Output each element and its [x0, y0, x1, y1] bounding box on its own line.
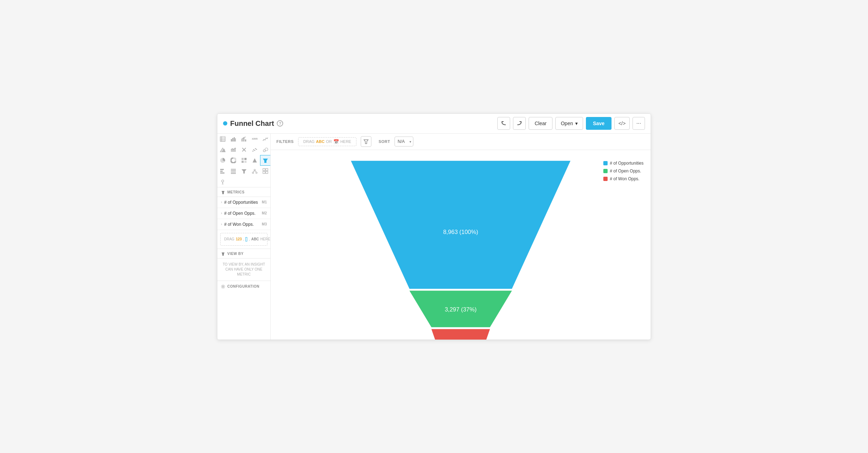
blue-dot	[223, 121, 227, 126]
view-by-section: VIEW BY TO VIEW BY, AN INSIGHT CAN HAVE …	[217, 249, 270, 281]
metric-label: # of Opportunities	[224, 200, 262, 205]
chart-funnel[interactable]	[260, 155, 271, 166]
funnel-chart: 8,963 (100%) 3,297 (37%) 3,199 (36%)	[333, 157, 589, 340]
svg-marker-31	[263, 159, 268, 163]
sort-label: SORT	[379, 139, 390, 144]
chevron-icon: ›	[221, 222, 222, 226]
svg-rect-9	[242, 139, 243, 142]
legend-label-opportunities: # of Opportunities	[610, 161, 644, 166]
metrics-drag-zone[interactable]: DRAG 123 , , ABC HERE +	[220, 233, 268, 246]
chart-empty-2	[239, 176, 249, 187]
legend-dot-opportunities	[603, 161, 608, 165]
svg-rect-28	[242, 161, 244, 163]
svg-point-21	[256, 149, 257, 150]
metrics-section-header: METRICS	[217, 187, 270, 197]
sort-wrapper: N/A ▾	[395, 137, 413, 146]
chart-line-bar[interactable]	[239, 134, 249, 144]
svg-rect-37	[231, 172, 236, 172]
svg-point-42	[256, 172, 257, 174]
legend-label-open-opps: # of Open Opps.	[610, 169, 641, 174]
code-button[interactable]: </>	[614, 117, 629, 130]
open-button[interactable]: Open ▾	[555, 117, 583, 130]
chart-table[interactable]	[217, 134, 228, 144]
svg-rect-5	[231, 139, 232, 142]
drag-text: DRAG	[303, 139, 315, 144]
svg-point-23	[265, 148, 268, 151]
chart-heatmap[interactable]	[239, 155, 249, 166]
svg-rect-46	[266, 169, 268, 171]
svg-marker-39	[242, 169, 247, 174]
abc-label: ABC	[316, 139, 324, 144]
svg-point-50	[222, 184, 224, 185]
chart-cross[interactable]	[239, 144, 249, 155]
legend-item-opportunities: # of Opportunities	[603, 161, 644, 166]
chart-bubble[interactable]	[260, 144, 271, 155]
filter-drag-zone[interactable]: DRAG ABC OR 📅 HERE	[298, 137, 357, 146]
svg-rect-33	[220, 171, 223, 172]
undo-button[interactable]	[497, 117, 510, 130]
chart-pin[interactable]	[217, 176, 228, 187]
metric-opportunities[interactable]: › # of Opportunities M1	[217, 197, 270, 208]
svg-line-44	[255, 171, 256, 172]
legend-item-open-opps: # of Open Opps.	[603, 169, 644, 174]
metric-badge: M3	[262, 222, 267, 226]
svg-marker-14	[231, 148, 236, 152]
more-button[interactable]: ···	[633, 117, 645, 130]
svg-text:3,297 (37%): 3,297 (37%)	[445, 306, 477, 313]
svg-rect-10	[243, 138, 244, 142]
chart-sparkline[interactable]	[260, 134, 271, 144]
svg-point-40	[254, 169, 255, 171]
chart-pyramid[interactable]	[249, 155, 260, 166]
svg-point-41	[252, 172, 254, 174]
chart-scatter[interactable]	[249, 144, 260, 155]
metric-won-opps[interactable]: › # of Won Opps. M3	[217, 219, 270, 230]
main-content: XIRR	[217, 134, 651, 340]
config-header[interactable]: CONFIGURATION	[217, 281, 270, 292]
chart-type-grid: XIRR	[217, 134, 270, 187]
svg-rect-27	[244, 158, 247, 160]
save-button[interactable]: Save	[586, 117, 612, 130]
svg-marker-51	[222, 191, 224, 194]
svg-marker-54	[364, 140, 368, 144]
svg-rect-35	[231, 169, 236, 170]
svg-rect-34	[220, 172, 224, 174]
metric-open-opps[interactable]: › # of Open Opps. M2	[217, 208, 270, 219]
grid-icon	[245, 237, 247, 241]
legend-label-won-opps: # of Won Opps.	[610, 176, 639, 181]
legend-dot-open-opps	[603, 169, 608, 173]
svg-rect-32	[220, 169, 224, 170]
chart-grid[interactable]	[260, 166, 271, 176]
metric-label: # of Won Opps.	[224, 222, 262, 227]
app-window: Funnel Chart ? Clear Open ▾ Save	[217, 113, 651, 340]
chart-pie[interactable]	[217, 155, 228, 166]
chart-grouped[interactable]	[228, 166, 239, 176]
chart-mountain[interactable]	[217, 144, 228, 155]
svg-rect-38	[231, 173, 236, 174]
chart-area[interactable]	[228, 144, 239, 155]
chart-xirr[interactable]: XIRR	[249, 134, 260, 144]
svg-rect-26	[242, 158, 244, 160]
svg-point-19	[254, 150, 255, 151]
funnel-container: 8,963 (100%) 3,297 (37%) 3,199 (36%)	[333, 157, 589, 340]
help-icon[interactable]: ?	[277, 120, 283, 127]
chart-rowchart[interactable]	[217, 166, 228, 176]
chevron-icon: ›	[221, 200, 222, 204]
svg-rect-48	[266, 171, 268, 174]
metric-badge: M1	[262, 200, 267, 204]
header-actions: Clear Open ▾ Save </> ···	[497, 117, 645, 130]
chart-filter[interactable]	[239, 166, 249, 176]
chevron-icon: ›	[221, 211, 222, 215]
here-text: HERE	[340, 139, 351, 144]
chart-bar[interactable]	[228, 134, 239, 144]
chart-donut[interactable]	[228, 155, 239, 166]
chart-network[interactable]	[249, 166, 260, 176]
svg-text:8,963 (100%): 8,963 (100%)	[443, 228, 478, 235]
filter-label: FILTERS	[276, 139, 294, 144]
clear-button[interactable]: Clear	[529, 117, 552, 130]
filter-button[interactable]	[361, 136, 371, 147]
sort-select[interactable]: N/A	[395, 137, 413, 146]
svg-rect-29	[244, 161, 247, 163]
view-by-message: TO VIEW BY, AN INSIGHT CAN HAVE ONLY ONE…	[217, 259, 270, 281]
redo-button[interactable]	[513, 117, 526, 130]
svg-line-43	[253, 171, 255, 172]
